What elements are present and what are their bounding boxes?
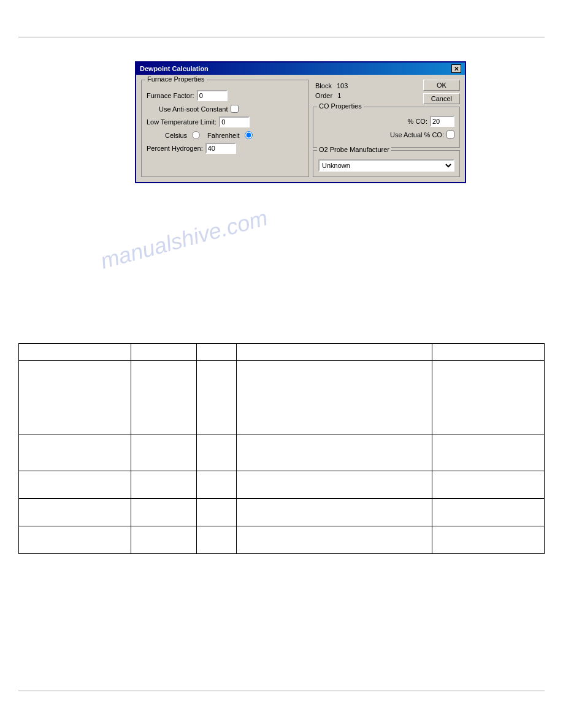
close-icon: ✕ [454,66,459,72]
ok-cancel-buttons: OK Cancel [423,80,460,104]
row2-col3 [196,434,236,471]
use-actual-co-label: Use Actual % CO: [318,131,444,138]
furnace-factor-row: Furnace Factor: [147,90,304,101]
anti-soot-label: Use Anti-soot Constant [159,105,228,113]
row5-col4 [236,526,432,554]
order-label: Order [315,92,332,99]
row1-col1 [19,361,131,434]
header-col2 [131,344,196,361]
row1-col3 [196,361,236,434]
block-row: Block 103 [315,82,417,89]
anti-soot-row: Use Anti-soot Constant [147,105,304,113]
o2-probe-select-container: Unknown Manufacturer A Manufacturer B [318,159,454,172]
row4-col3 [196,499,236,526]
row3-col3 [196,471,236,499]
dewpoint-dialog: Dewpoint Calculation ✕ Furnace Propertie… [135,61,466,183]
row2-col1 [19,434,131,471]
furnace-factor-label: Furnace Factor: [147,92,194,99]
row3-col5 [432,471,544,499]
row2-col5 [432,434,544,471]
table-header-row [19,344,545,361]
percent-hydrogen-label: Percent Hydrogen: [147,145,203,152]
row1-col4 [236,361,432,434]
dialog-close-button[interactable]: ✕ [451,64,461,73]
row1-col5 [432,361,544,434]
row4-col1 [19,499,131,526]
block-label: Block [315,82,332,89]
percent-hydrogen-input[interactable] [205,143,236,154]
o2-probe-group: O2 Probe Manufacturer Unknown Manufactur… [313,150,460,177]
row3-col2 [131,471,196,499]
cancel-button[interactable]: Cancel [423,93,460,104]
anti-soot-checkbox[interactable] [231,105,239,113]
block-value: 103 [337,82,348,89]
data-table [18,343,545,554]
co-group-label: CO Properties [317,102,364,110]
header-col5 [432,344,544,361]
header-col1 [19,344,131,361]
table-row-5 [19,526,545,554]
table-row-3 [19,471,545,499]
dialog-titlebar: Dewpoint Calculation ✕ [136,63,465,75]
table-container [18,343,545,554]
use-actual-co-checkbox[interactable] [446,131,454,138]
celsius-label: Celsius [165,132,187,139]
dialog-container: Dewpoint Calculation ✕ Furnace Propertie… [135,61,466,183]
fahrenheit-radio[interactable] [245,131,253,139]
row1-col2 [131,361,196,434]
row4-col2 [131,499,196,526]
temp-unit-row: Celsius Fahrenheit [147,131,304,139]
top-rule [18,37,545,37]
low-temp-limit-label: Low Temperature Limit: [147,118,216,126]
furnace-factor-input[interactable] [197,90,228,101]
dialog-title: Dewpoint Calculation [140,65,209,72]
percent-co-label: % CO: [318,118,427,125]
row3-col1 [19,471,131,499]
table-row-1 [19,361,545,434]
row5-col3 [196,526,236,554]
o2-probe-select[interactable]: Unknown Manufacturer A Manufacturer B [318,159,454,172]
block-order-info: Block 103 Order 1 [313,80,419,104]
order-row: Order 1 [315,92,417,99]
percent-hydrogen-row: Percent Hydrogen: [147,143,304,154]
row3-col4 [236,471,432,499]
right-panel: Block 103 Order 1 OK Cancel [313,80,460,177]
header-col3 [196,344,236,361]
header-col4 [236,344,432,361]
row4-col4 [236,499,432,526]
low-temp-limit-input[interactable] [219,116,250,127]
bottom-rule [18,691,545,691]
co-properties-group: CO Properties % CO: Use Actual % CO: [313,107,460,148]
table-row-4 [19,499,545,526]
order-value: 1 [337,92,341,99]
fahrenheit-label: Fahrenheit [207,132,240,139]
percent-co-input[interactable] [430,116,454,127]
furnace-group-label: Furnace Properties [145,75,207,83]
row5-col1 [19,526,131,554]
celsius-radio[interactable] [192,131,200,139]
top-right-section: Block 103 Order 1 OK Cancel [313,80,460,104]
row2-col4 [236,434,432,471]
furnace-properties-group: Furnace Properties Furnace Factor: Use A… [141,80,309,177]
row2-col2 [131,434,196,471]
row5-col2 [131,526,196,554]
row5-col5 [432,526,544,554]
row4-col5 [432,499,544,526]
dialog-body: Furnace Properties Furnace Factor: Use A… [136,75,465,182]
o2-probe-label: O2 Probe Manufacturer [317,146,391,153]
table-row-2 [19,434,545,471]
watermark: manualshive.com [98,205,270,274]
percent-co-row: % CO: [318,116,454,127]
ok-button[interactable]: OK [423,80,460,91]
use-actual-co-row: Use Actual % CO: [318,131,454,138]
low-temp-limit-row: Low Temperature Limit: [147,116,304,127]
